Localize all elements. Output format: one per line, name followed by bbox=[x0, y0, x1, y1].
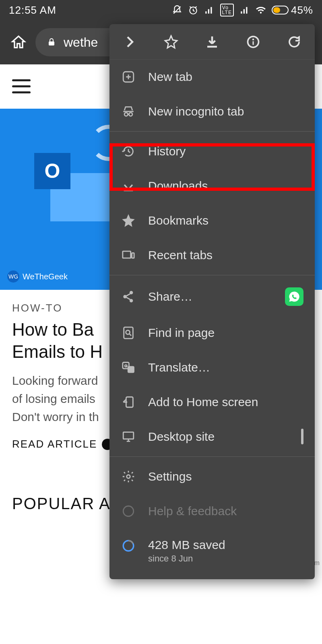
new-tab-icon bbox=[121, 69, 136, 85]
outlook-illustration: O bbox=[34, 137, 115, 217]
mute-icon bbox=[172, 5, 182, 15]
translate-icon: G bbox=[121, 360, 136, 375]
url-text: wethe bbox=[64, 35, 98, 50]
menu-label: History bbox=[148, 144, 186, 158]
home-icon[interactable] bbox=[10, 34, 27, 50]
svg-point-7 bbox=[124, 113, 128, 116]
menu-help-feedback[interactable]: Help & feedback bbox=[109, 494, 315, 528]
menu-find-in-page[interactable]: Find in page bbox=[109, 316, 315, 350]
menu-label: Desktop site bbox=[148, 430, 215, 444]
svg-point-4 bbox=[252, 38, 254, 40]
svg-rect-2 bbox=[49, 41, 54, 45]
menu-recent-tabs[interactable]: Recent tabs bbox=[109, 238, 315, 272]
downloads-icon bbox=[121, 178, 136, 194]
menu-history[interactable]: History bbox=[109, 131, 315, 169]
svg-point-8 bbox=[129, 113, 132, 116]
menu-label: Translate… bbox=[148, 361, 210, 374]
find-icon bbox=[121, 325, 136, 341]
refresh-button[interactable] bbox=[286, 34, 302, 50]
svg-point-13 bbox=[130, 299, 133, 302]
help-icon bbox=[121, 504, 136, 519]
data-saver-icon bbox=[121, 538, 136, 553]
alarm-icon bbox=[188, 5, 198, 15]
recent-tabs-icon bbox=[121, 248, 136, 263]
menu-label: Recent tabs bbox=[148, 248, 213, 262]
status-bar: 12:55 AM VoLTE 45% bbox=[0, 0, 322, 20]
svg-rect-10 bbox=[132, 253, 134, 258]
menu-label: Share… bbox=[148, 290, 192, 303]
menu-translate[interactable]: G Translate… bbox=[109, 350, 315, 385]
hamburger-icon[interactable] bbox=[12, 79, 31, 94]
menu-incognito[interactable]: New incognito tab bbox=[109, 94, 315, 129]
volte-icon: VoLTE bbox=[220, 4, 234, 17]
status-time: 12:55 AM bbox=[9, 4, 56, 17]
desktop-checkbox[interactable] bbox=[301, 429, 303, 444]
menu-label: Downloads bbox=[148, 179, 208, 193]
menu-label: Help & feedback bbox=[148, 504, 237, 518]
svg-rect-17 bbox=[128, 366, 134, 373]
menu-label: Find in page bbox=[148, 326, 215, 340]
desktop-icon bbox=[121, 429, 136, 444]
menu-label: New incognito tab bbox=[148, 105, 244, 118]
incognito-icon bbox=[121, 104, 136, 119]
svg-rect-14 bbox=[124, 327, 133, 339]
menu-share[interactable]: Share… bbox=[109, 275, 315, 316]
browser-menu: New tab New incognito tab History Downlo… bbox=[109, 24, 315, 579]
whatsapp-icon bbox=[285, 287, 303, 306]
download-button[interactable] bbox=[204, 34, 220, 50]
share-icon bbox=[121, 289, 136, 304]
status-right: VoLTE 45% bbox=[172, 4, 313, 17]
svg-rect-5 bbox=[253, 41, 254, 45]
menu-bookmarks[interactable]: Bookmarks bbox=[109, 203, 315, 238]
menu-label: Add to Home screen bbox=[148, 395, 258, 409]
signal-icon bbox=[204, 5, 215, 15]
menu-add-to-home[interactable]: Add to Home screen bbox=[109, 385, 315, 419]
history-icon bbox=[121, 144, 136, 159]
menu-label: Bookmarks bbox=[148, 214, 208, 227]
svg-rect-20 bbox=[123, 432, 134, 439]
menu-desktop-site[interactable]: Desktop site bbox=[109, 419, 315, 454]
battery-icon: 45% bbox=[272, 4, 313, 17]
add-home-icon bbox=[121, 394, 136, 410]
page-info-button[interactable] bbox=[245, 34, 261, 50]
menu-label: 428 MB saved since 8 Jun bbox=[148, 538, 225, 564]
svg-point-12 bbox=[130, 291, 133, 294]
signal2-icon bbox=[239, 5, 250, 15]
wifi-icon bbox=[256, 5, 266, 15]
menu-settings[interactable]: Settings bbox=[109, 456, 315, 494]
svg-point-21 bbox=[127, 475, 130, 479]
svg-rect-9 bbox=[123, 251, 131, 258]
svg-point-22 bbox=[123, 506, 134, 516]
svg-point-15 bbox=[126, 330, 130, 334]
menu-downloads[interactable]: Downloads bbox=[109, 169, 315, 203]
gear-icon bbox=[121, 469, 136, 484]
menu-new-tab[interactable]: New tab bbox=[109, 60, 315, 94]
lock-icon bbox=[47, 37, 56, 47]
bookmark-button[interactable] bbox=[163, 34, 179, 50]
menu-action-row bbox=[109, 24, 315, 60]
menu-label: New tab bbox=[148, 70, 192, 84]
brand-watermark: WG WeTheGeek bbox=[7, 270, 68, 283]
forward-button[interactable] bbox=[122, 34, 138, 50]
svg-text:G: G bbox=[124, 363, 128, 368]
menu-data-saved[interactable]: 428 MB saved since 8 Jun bbox=[109, 528, 315, 574]
star-icon bbox=[121, 213, 136, 228]
menu-label: Settings bbox=[148, 470, 192, 483]
